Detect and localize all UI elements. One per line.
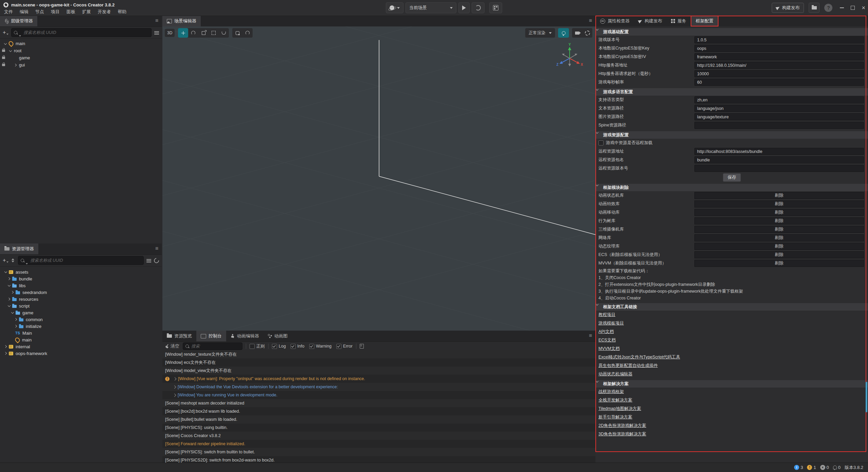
filter-Log[interactable]: Log: [272, 344, 286, 349]
tree-node-gui[interactable]: gui: [0, 61, 162, 68]
chevron-down-icon[interactable]: [11, 311, 14, 314]
device-preview-button[interactable]: [489, 2, 502, 13]
menu-item-编辑[interactable]: 编辑: [16, 9, 32, 15]
link-原生包热更新配置自动生成插件[interactable]: 原生包热更新配置自动生成插件: [596, 361, 868, 370]
log-row[interactable]: [Window] You are running Vue in developm…: [162, 391, 595, 399]
chevron-down-icon[interactable]: [4, 42, 7, 45]
remove-button[interactable]: 剔除: [694, 243, 864, 250]
platform-button[interactable]: [386, 2, 403, 13]
config-input-远程资源地址[interactable]: [694, 148, 864, 155]
scene-viewport[interactable]: 3D 正常渲染: [162, 26, 595, 331]
chevron-right-icon[interactable]: [173, 393, 176, 397]
menu-item-帮助[interactable]: 帮助: [114, 9, 130, 15]
menu-item-节点[interactable]: 节点: [32, 9, 47, 15]
log-row[interactable]: [Window] model_view文件夹不存在: [162, 367, 595, 375]
asset-node-script[interactable]: script: [0, 302, 162, 309]
refresh-icon[interactable]: [153, 257, 160, 264]
config-input-本地数据CryptoES加密IV[interactable]: [694, 53, 864, 60]
tree-node-game[interactable]: game: [0, 54, 162, 61]
asset-node-main[interactable]: main: [0, 336, 162, 343]
filter-Warning[interactable]: Warning: [309, 344, 332, 349]
assets-search-input[interactable]: [29, 258, 141, 263]
link-动画状态机编辑器[interactable]: 动画状态机编辑器: [596, 370, 868, 378]
camera-button[interactable]: [572, 28, 582, 38]
info-count[interactable]: i3: [794, 465, 803, 470]
tab-构建发布[interactable]: 构建发布: [634, 16, 667, 26]
notification-count[interactable]: 0: [833, 465, 841, 470]
chevron-right-icon[interactable]: [14, 64, 17, 66]
move-tool-button[interactable]: [178, 28, 188, 38]
link-教程项目[interactable]: 教程项目: [596, 311, 868, 319]
config-checkbox-row[interactable]: 游戏中资源是否远程加载: [596, 139, 868, 147]
link-MVVM文档[interactable]: MVVM文档: [596, 345, 868, 353]
tab-属性检查器[interactable]: 属性检查器: [596, 16, 634, 26]
section-header-框架解决方案[interactable]: 框架解决方案: [596, 380, 868, 388]
save-button[interactable]: 保存: [723, 173, 741, 182]
mode-3d-button[interactable]: 3D: [165, 29, 175, 37]
open-folder-button[interactable]: [809, 3, 820, 13]
remove-button[interactable]: 剔除: [694, 209, 864, 216]
tab-assets[interactable]: 资源管理器: [0, 243, 38, 254]
log-row[interactable]: [Scene] [box2d]:box2d wasm lib loaded.: [162, 407, 595, 415]
link-ECS文档[interactable]: ECS文档: [596, 336, 868, 345]
chevron-right-icon[interactable]: [173, 377, 177, 380]
panel-menu-icon[interactable]: [155, 18, 158, 23]
config-input-远程资源包名[interactable]: [694, 156, 864, 163]
gizmo-space-button[interactable]: [242, 28, 253, 38]
filter-Error[interactable]: Error: [336, 344, 353, 349]
chevron-right-icon[interactable]: [173, 385, 176, 389]
section-header-游戏基础配置[interactable]: 游戏基础配置: [596, 28, 868, 36]
remove-button[interactable]: 剔除: [694, 260, 864, 267]
filter-icon[interactable]: [154, 31, 159, 34]
chevron-down-icon[interactable]: [9, 50, 12, 52]
sort-icon[interactable]: [11, 258, 15, 262]
remove-button[interactable]: 剔除: [694, 234, 864, 241]
minimize-button[interactable]: [840, 7, 844, 8]
error-count[interactable]: ×0: [820, 465, 829, 470]
link-全栈开发解决方案[interactable]: 全栈开发解决方案: [596, 396, 868, 405]
config-input-Http服务器地址[interactable]: [694, 62, 864, 69]
config-input-文本资源路径[interactable]: [694, 105, 864, 112]
log-row[interactable]: [Window] ecs文件夹不存在: [162, 358, 595, 367]
link-3D角色扮演游戏解决方案[interactable]: 3D角色扮演游戏解决方案: [596, 430, 868, 438]
tab-hierarchy[interactable]: 层级管理器: [0, 16, 37, 26]
panel-menu-icon[interactable]: [589, 333, 592, 338]
console-search-input[interactable]: [191, 343, 247, 349]
create-node-button[interactable]: +: [3, 30, 8, 35]
asset-node-oops-framework[interactable]: oops-framework: [0, 350, 162, 357]
tab-资源预览[interactable]: 资源预览: [162, 331, 196, 341]
snap-tool-button[interactable]: [232, 28, 242, 38]
config-input-支持语言类型[interactable]: [694, 96, 864, 103]
menu-item-扩展[interactable]: 扩展: [79, 9, 94, 15]
section-header-游戏多语言配置[interactable]: 游戏多语言配置: [596, 88, 868, 96]
log-row[interactable]: [Window] Download the Vue Devtools exten…: [162, 383, 595, 391]
render-mode-select[interactable]: 正常渲染: [525, 28, 555, 38]
view-settings-button[interactable]: [582, 28, 592, 38]
close-button[interactable]: ×: [862, 6, 865, 10]
log-row[interactable]: [Scene] Cocos Creator v3.8.2: [162, 432, 595, 440]
scene-select[interactable]: 当前场景: [406, 2, 456, 13]
log-row[interactable]: [Scene] [PHYSICS2D]: switch from box2d-w…: [162, 456, 595, 463]
asset-node-common[interactable]: common: [0, 316, 162, 323]
tab-控制台[interactable]: 控制台: [196, 331, 226, 341]
link-新手引导解决方案[interactable]: 新手引导解决方案: [596, 413, 868, 421]
log-file-icon[interactable]: [360, 344, 364, 349]
asset-node-bundle[interactable]: bundle: [0, 275, 162, 282]
link-Excel格式转Json文件与TypeScript代码工具[interactable]: Excel格式转Json文件与TypeScript代码工具: [596, 353, 868, 361]
filter-list-icon[interactable]: [146, 259, 151, 262]
menu-item-面板[interactable]: 面板: [63, 9, 79, 15]
hierarchy-search-input[interactable]: [23, 30, 149, 35]
chevron-right-icon[interactable]: [8, 277, 11, 280]
tree-node-root[interactable]: root: [0, 47, 162, 54]
panel-menu-icon[interactable]: [155, 246, 158, 251]
section-header-框架文档工具链接[interactable]: 框架文档工具链接: [596, 303, 868, 311]
config-input-图片资源路径[interactable]: [694, 113, 864, 120]
log-row[interactable]: [Window] render_texture文件夹不存在: [162, 350, 595, 358]
log-row[interactable]: [Scene] [PHYSICS]: using builtin.: [162, 424, 595, 432]
link-Tiledmap地图解决方案[interactable]: Tiledmap地图解决方案: [596, 405, 868, 413]
log-row[interactable]: [Scene] [bullet]:bullet wasm lib loaded.: [162, 415, 595, 424]
maximize-button[interactable]: [851, 6, 855, 10]
log-row[interactable]: [Scene] [PHYSICS]: switch from builtin t…: [162, 448, 595, 456]
remove-button[interactable]: 剔除: [694, 226, 864, 233]
build-publish-button[interactable]: 构建发布: [772, 3, 804, 13]
